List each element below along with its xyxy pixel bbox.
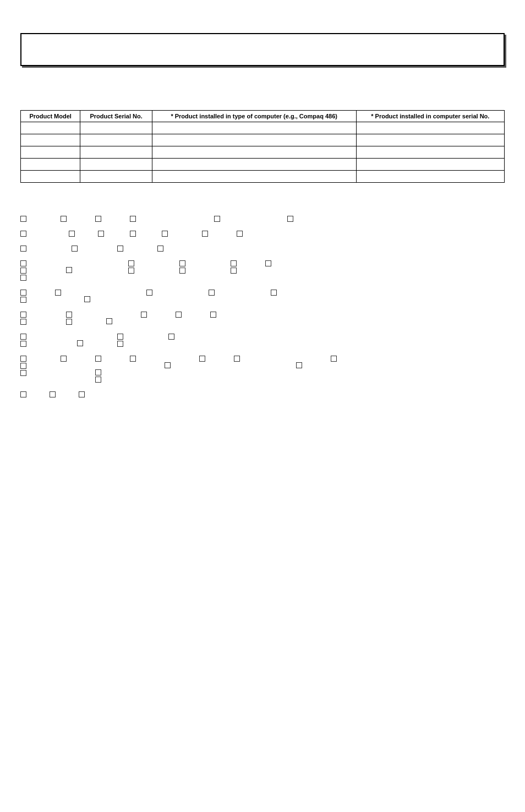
cb-group: [179, 260, 185, 275]
table-row: [21, 171, 505, 183]
checkbox-item[interactable]: [61, 356, 67, 362]
checkbox-item[interactable]: [95, 369, 101, 375]
cb-group: [77, 334, 83, 347]
checkbox-item[interactable]: [117, 246, 123, 252]
page: Product Model Product Serial No. * Produ…: [9, 0, 516, 439]
checkbox-item[interactable]: [77, 340, 83, 346]
checkbox-item[interactable]: [199, 356, 205, 362]
checkbox-item[interactable]: [168, 334, 174, 340]
checkbox-item[interactable]: [130, 356, 136, 362]
checkbox-item[interactable]: [79, 391, 85, 397]
checkbox-item[interactable]: [128, 260, 134, 266]
checkbox-item[interactable]: [128, 268, 134, 274]
checkbox-item[interactable]: [231, 268, 237, 274]
checkbox-item[interactable]: [20, 260, 26, 266]
checkbox-row-3: [20, 246, 505, 253]
cb-group: [20, 334, 26, 348]
checkbox-item[interactable]: [202, 231, 208, 237]
checkbox-item[interactable]: [141, 312, 147, 318]
checkbox-item[interactable]: [20, 370, 26, 376]
cb-group: [66, 312, 72, 326]
checkbox-row-7: [20, 334, 505, 348]
checkbox-item[interactable]: [50, 391, 56, 397]
checkbox-item[interactable]: [95, 377, 101, 383]
checkbox-item[interactable]: [296, 362, 302, 368]
checkbox-item[interactable]: [95, 216, 101, 222]
checkbox-item[interactable]: [20, 334, 26, 340]
checkbox-item[interactable]: [130, 216, 136, 222]
checkbox-row-2: [20, 231, 505, 238]
checkbox-item[interactable]: [130, 231, 136, 237]
checkbox-item[interactable]: [20, 246, 26, 252]
checkbox-item[interactable]: [209, 290, 215, 296]
checkbox-item[interactable]: [179, 268, 185, 274]
checkbox-item[interactable]: [214, 216, 220, 222]
cb-group: [66, 260, 72, 274]
checkbox-item[interactable]: [20, 319, 26, 325]
table-row: [21, 122, 505, 134]
checkbox-item[interactable]: [69, 231, 75, 237]
table-row: [21, 146, 505, 159]
checkbox-item[interactable]: [237, 231, 243, 237]
checkbox-item[interactable]: [234, 356, 240, 362]
registration-table: Product Model Product Serial No. * Produ…: [20, 110, 505, 183]
checkbox-item[interactable]: [265, 260, 271, 266]
checkbox-item[interactable]: [179, 260, 185, 266]
checkbox-item[interactable]: [98, 231, 104, 237]
checkbox-item[interactable]: [146, 290, 152, 296]
checkbox-item[interactable]: [20, 268, 26, 274]
cb-group: [20, 260, 26, 282]
cb-group: [95, 356, 101, 384]
checkbox-item[interactable]: [95, 356, 101, 362]
cb-group: [296, 356, 302, 369]
checkbox-row-1: [20, 216, 505, 223]
checkbox-item[interactable]: [287, 216, 293, 222]
checkbox-item[interactable]: [176, 312, 182, 318]
checkbox-row-5: [20, 290, 505, 304]
cb-group: [20, 312, 26, 326]
checkbox-item[interactable]: [66, 319, 72, 325]
checkbox-item[interactable]: [61, 216, 67, 222]
col-header-computer-serial: * Product installed in computer serial N…: [356, 111, 504, 122]
table-row: [21, 159, 505, 171]
checkbox-item[interactable]: [20, 275, 26, 281]
top-box: [20, 33, 505, 66]
checkbox-item[interactable]: [72, 246, 78, 252]
checkbox-item[interactable]: [117, 341, 123, 347]
checkbox-item[interactable]: [84, 296, 90, 302]
cb-group: [117, 334, 123, 348]
checkbox-item[interactable]: [106, 318, 112, 324]
table-row: [21, 134, 505, 146]
checkbox-item[interactable]: [66, 312, 72, 318]
cb-group: [20, 356, 26, 377]
checkbox-item[interactable]: [20, 231, 26, 237]
checkbox-item[interactable]: [55, 290, 61, 296]
checkbox-item[interactable]: [20, 297, 26, 303]
checkbox-item[interactable]: [20, 216, 26, 222]
checkbox-item[interactable]: [20, 341, 26, 347]
checkbox-item[interactable]: [20, 290, 26, 296]
checkbox-row-4: [20, 260, 505, 282]
checkbox-item[interactable]: [20, 363, 26, 369]
cb-group: [84, 290, 90, 303]
col-header-serial-no: Product Serial No.: [80, 111, 152, 122]
col-header-computer-type: * Product installed in type of computer …: [152, 111, 356, 122]
checkbox-item[interactable]: [162, 231, 168, 237]
checkbox-row-6: [20, 312, 505, 326]
checkbox-item[interactable]: [231, 260, 237, 266]
cb-group: [231, 260, 237, 275]
checkbox-item[interactable]: [20, 391, 26, 397]
checkbox-item[interactable]: [20, 356, 26, 362]
checkboxes-area: [20, 216, 505, 399]
checkbox-row-8: [20, 356, 505, 384]
checkbox-item[interactable]: [157, 246, 163, 252]
checkbox-item[interactable]: [66, 267, 72, 273]
checkbox-item[interactable]: [271, 290, 277, 296]
checkbox-item[interactable]: [331, 356, 337, 362]
checkbox-item[interactable]: [20, 312, 26, 318]
checkbox-item[interactable]: [117, 334, 123, 340]
cb-group: [20, 290, 26, 304]
checkbox-item[interactable]: [210, 312, 216, 318]
checkbox-item[interactable]: [165, 362, 171, 368]
cb-group: [128, 260, 134, 275]
